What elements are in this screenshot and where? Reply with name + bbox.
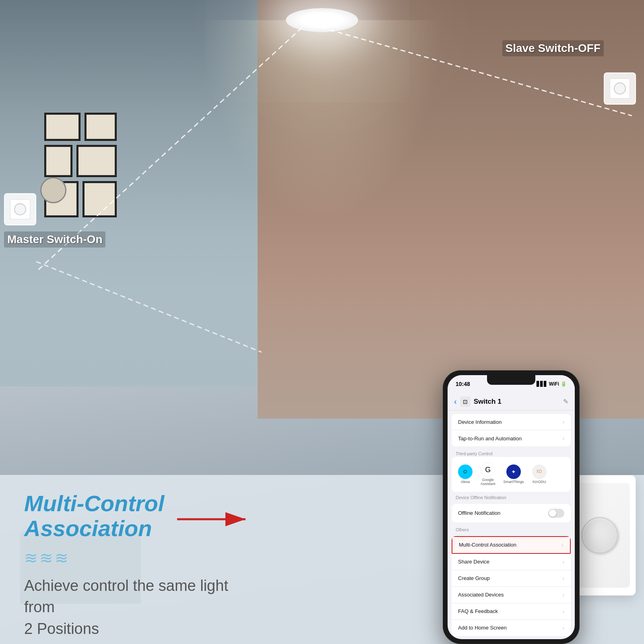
menu-item-share-device[interactable]: Share Device › xyxy=(452,554,571,570)
back-button[interactable]: ‹ xyxy=(454,397,457,406)
menu-item-device-info[interactable]: Device Information › xyxy=(452,414,571,430)
nav-bar: ‹ ⊡ Switch 1 ✎ xyxy=(448,393,575,411)
create-group-label: Create Group xyxy=(458,575,490,581)
share-device-label: Share Device xyxy=(458,559,489,565)
alexa-circle: ○ xyxy=(458,464,473,479)
wall-clock xyxy=(40,177,66,203)
slave-switch-label: Slave Switch-OFF xyxy=(502,40,604,56)
phone-screen: 10:48 ▋▋▋ WiFi 🔋 ‹ ⊡ Switch 1 ✎ Device I… xyxy=(448,375,575,639)
wall-frames xyxy=(44,113,133,225)
multi-control-label: Multi-Control Association xyxy=(459,542,516,548)
toggle-thumb xyxy=(549,510,556,517)
ceiling-light xyxy=(286,8,358,32)
add-home-label: Add to Home Screen xyxy=(458,625,507,631)
text-content: Multi-Control Association ≋≋≋ Achieve co… xyxy=(24,491,250,640)
description-line1: Achieve control the same light from xyxy=(24,577,228,615)
xiaodu-label: XIAODU xyxy=(532,480,546,484)
google-icon-item[interactable]: G GoogleAssistant xyxy=(481,462,495,486)
signal-icon: ▋▋▋ xyxy=(537,381,547,387)
slave-switch-box xyxy=(604,72,636,105)
smartthings-circle: ✦ xyxy=(506,464,521,479)
menu-item-offline[interactable]: Offline Notification xyxy=(452,504,571,522)
multi-control-arrow: › xyxy=(561,542,564,548)
master-switch-box xyxy=(4,193,36,225)
faq-arrow: › xyxy=(562,608,564,615)
third-party-section-label: Third-party Control xyxy=(448,450,575,457)
faq-label: FAQ & Feedback xyxy=(458,608,498,614)
menu-item-multi-control[interactable]: Multi-Control Association › xyxy=(452,536,571,554)
smartthings-icon-item[interactable]: ✦ SmartThings xyxy=(504,464,524,484)
feature-title: Multi-Control Association xyxy=(24,491,250,541)
smartthings-label: SmartThings xyxy=(504,480,524,484)
xiaodu-circle: XD xyxy=(532,464,547,479)
light-ray xyxy=(201,20,443,221)
offline-section-label: Device Offline Notification xyxy=(448,493,575,501)
edit-button[interactable]: ✎ xyxy=(563,398,568,405)
offline-label: Offline Notification xyxy=(458,510,500,516)
wifi-icon: WiFi xyxy=(549,381,559,387)
tap-run-label: Tap-to-Run and Automation xyxy=(458,436,522,442)
third-party-icons: ○ Alexa G GoogleAssistant ✦ SmartThings … xyxy=(458,461,564,488)
device-info-arrow: › xyxy=(562,419,564,425)
menu-section-others: Multi-Control Association › Share Device… xyxy=(452,536,571,636)
associated-devices-label: Associated Devices xyxy=(458,592,504,598)
master-switch-circle xyxy=(14,203,26,215)
nav-title: Switch 1 xyxy=(474,398,502,406)
others-section-label: Others xyxy=(448,526,575,533)
alexa-label: Alexa xyxy=(461,480,470,484)
switch-button xyxy=(582,517,618,553)
device-info-label: Device Information xyxy=(458,419,502,425)
google-circle: G xyxy=(481,462,495,477)
third-party-section: ○ Alexa G GoogleAssistant ✦ SmartThings … xyxy=(452,457,571,492)
menu-section-main: Device Information › Tap-to-Run and Auto… xyxy=(452,414,571,446)
create-group-arrow: › xyxy=(562,575,564,582)
menu-item-faq[interactable]: FAQ & Feedback › xyxy=(452,603,571,620)
description-line2: 2 Positions xyxy=(24,620,99,637)
status-icons: ▋▋▋ WiFi 🔋 xyxy=(537,381,567,387)
master-switch-inner xyxy=(10,199,30,219)
slave-switch-inner xyxy=(610,78,630,99)
phone-mockup: 10:48 ▋▋▋ WiFi 🔋 ‹ ⊡ Switch 1 ✎ Device I… xyxy=(443,370,580,644)
battery-icon: 🔋 xyxy=(561,381,567,387)
alexa-icon-item[interactable]: ○ Alexa xyxy=(458,464,473,484)
google-label: GoogleAssistant xyxy=(481,478,495,486)
menu-item-create-group[interactable]: Create Group › xyxy=(452,570,571,587)
wave-decoration: ≋≋≋ xyxy=(24,549,250,567)
offline-toggle[interactable] xyxy=(548,509,564,518)
tap-run-arrow: › xyxy=(562,435,564,442)
menu-item-associated-devices[interactable]: Associated Devices › xyxy=(452,587,571,603)
menu-section-offline: Offline Notification xyxy=(452,504,571,522)
phone-notch xyxy=(487,375,535,385)
menu-item-tap-run[interactable]: Tap-to-Run and Automation › xyxy=(452,430,571,446)
status-time: 10:48 xyxy=(456,381,470,387)
associated-devices-arrow: › xyxy=(562,592,564,598)
menu-item-add-home[interactable]: Add to Home Screen › xyxy=(452,620,571,636)
device-icon: ⊡ xyxy=(460,396,471,407)
feature-description: Achieve control the same light from 2 Po… xyxy=(24,575,250,640)
add-home-arrow: › xyxy=(562,625,564,631)
share-device-arrow: › xyxy=(562,559,564,565)
xiaodu-icon-item[interactable]: XD XIAODU xyxy=(532,464,547,484)
slave-switch-circle xyxy=(614,83,626,95)
phone-outer: 10:48 ▋▋▋ WiFi 🔋 ‹ ⊡ Switch 1 ✎ Device I… xyxy=(443,370,580,644)
master-switch-label: Master Switch-On xyxy=(4,231,105,248)
